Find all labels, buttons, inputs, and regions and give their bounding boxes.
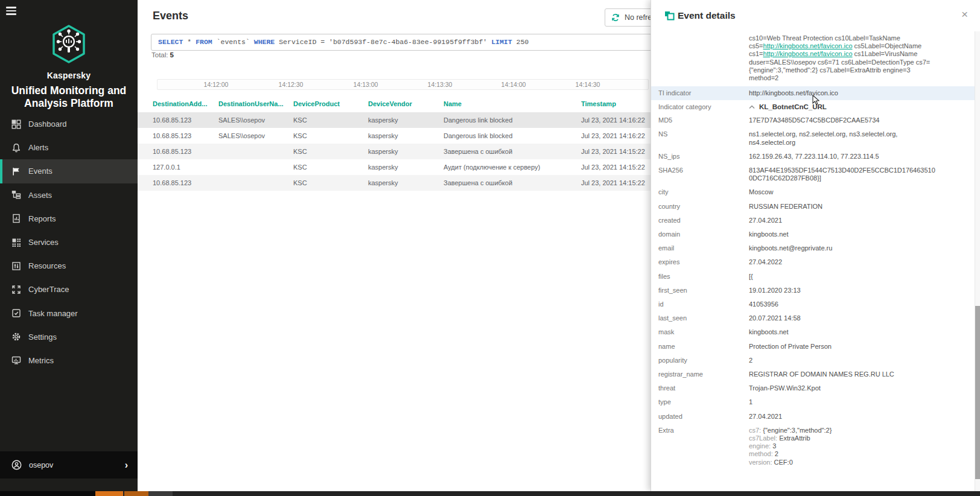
sidebar-item-reports[interactable]: Reports (0, 207, 138, 231)
sidebar-item-task-manager[interactable]: Task manager (0, 302, 138, 325)
sidebar: Kaspersky Unified Monitoring and Analysi… (0, 0, 138, 496)
field-row-mask: maskkingboots.net (651, 325, 980, 339)
cybertrace-icon (11, 285, 21, 294)
timeline-tick: 14:12:00 (204, 81, 229, 88)
events-table: 10.68.85.123SALES\\osepovKSCkasperskyDan… (138, 112, 651, 191)
sidebar-item-services[interactable]: Services (0, 231, 138, 254)
brand-block: Kaspersky Unified Monitoring and Analysi… (0, 24, 138, 110)
sidebar-item-events[interactable]: Events (0, 159, 138, 183)
field-row-city: cityMoscow (651, 185, 980, 199)
table-row[interactable]: 127.0.0.1KSCkasperskyАудит (подключение … (138, 159, 651, 175)
field-row-country: countryRUSSIAN FEDERATION (651, 200, 980, 214)
favicon-url-link[interactable]: http://kingboots.net/favicon.ico (763, 42, 853, 49)
field-row-expires: expires27.04.2022 (651, 255, 980, 269)
field-row-first-seen: first_seen19.01.2020 23:13 (651, 284, 980, 297)
sidebar-item-label: Settings (28, 332, 57, 342)
sidebar-item-label: CyberTrace (28, 285, 69, 294)
sidebar-item-resources[interactable]: Resources (0, 254, 138, 278)
table-row[interactable]: 10.68.85.123SALES\\osepovKSCkasperskyDan… (138, 112, 651, 128)
table-row[interactable]: 10.68.85.123SALES\\osepovKSCkasperskyDan… (138, 128, 651, 144)
sidebar-item-label: Resources (28, 261, 66, 270)
sidebar-item-alerts[interactable]: Alerts (0, 136, 138, 159)
taskbar-segment-orange (124, 491, 148, 496)
taskbar-segment (148, 491, 173, 496)
column-header-destination-address[interactable]: DestinationAdd... (153, 100, 218, 107)
taskbar-segment (0, 491, 95, 496)
field-row-updated: updated27.04.2021 (651, 410, 980, 424)
dashboard-icon (11, 119, 21, 129)
indicator-category-toggle[interactable]: KL_BotnetCnC_URL (749, 103, 963, 110)
sidebar-item-assets[interactable]: Assets (0, 183, 138, 207)
sidebar-item-label: Alerts (28, 143, 48, 152)
field-row-type: type1 (651, 395, 980, 409)
chevron-right-icon: › (125, 460, 128, 471)
user-avatar-icon (11, 460, 22, 470)
field-list: TI indicator http://kingboots.net/favico… (651, 86, 980, 469)
sidebar-item-label: Events (28, 167, 52, 176)
field-row-indicator-category: Indicator category KL_BotnetCnC_URL (651, 100, 980, 113)
field-row-email: emailkingboots.net@regprivate.ru (651, 241, 980, 255)
event-details-icon (664, 11, 675, 21)
table-row[interactable]: 10.68.85.123KSCkasperskyЗавершена с ошиб… (138, 175, 651, 191)
event-details-panel: Event details × cs10=Web Threat Protecti… (651, 0, 980, 491)
metrics-icon (11, 355, 21, 365)
timeline-tick: 14:13:30 (428, 81, 453, 88)
task-manager-icon (11, 308, 21, 318)
sidebar-item-cybertrace[interactable]: CyberTrace (0, 278, 138, 301)
timeline-tick: 14:12:30 (279, 81, 304, 88)
close-icon[interactable]: × (961, 8, 968, 20)
column-header-device-vendor[interactable]: DeviceVendor (368, 100, 444, 107)
user-menu[interactable]: osepov › (0, 451, 138, 479)
bell-icon (11, 143, 21, 153)
panel-header: Event details × (651, 0, 980, 31)
sidebar-item-label: Dashboard (28, 119, 67, 129)
sidebar-item-dashboard[interactable]: Dashboard (0, 112, 138, 136)
brand-name: Kaspersky (0, 71, 138, 80)
gear-icon (11, 332, 21, 342)
taskbar-strip (0, 491, 980, 496)
column-header-destination-username[interactable]: DestinationUserNa... (218, 100, 293, 107)
resources-icon (11, 261, 21, 271)
field-row-domain: domainkingboots.net (651, 227, 980, 241)
timeline-tick: 14:14:30 (576, 81, 600, 88)
total-count: Total:5 (151, 51, 174, 59)
table-row[interactable]: 10.68.85.123KSCkasperskyЗавершена с ошиб… (138, 144, 651, 159)
column-header-name[interactable]: Name (444, 100, 581, 107)
events-timeline: 14:12:00 14:12:30 14:13:00 14:13:30 14:1… (157, 79, 649, 90)
user-name: osepov (29, 461, 53, 469)
raw-event-text: cs10=Web Threat Protection cs10Label=Tas… (749, 34, 937, 82)
hamburger-menu-icon[interactable] (6, 7, 16, 15)
column-header-timestamp[interactable]: Timestamp (581, 100, 651, 107)
refresh-icon (611, 13, 620, 22)
column-header-device-product[interactable]: DeviceProduct (293, 100, 368, 107)
panel-scrollbar-thumb[interactable] (975, 306, 980, 479)
sidebar-item-metrics[interactable]: Metrics (0, 349, 138, 372)
panel-title: Event details (678, 10, 736, 21)
sql-query-input[interactable]: SELECT * FROM `events` WHERE ServiceID =… (151, 34, 652, 51)
events-page: Events No refresh SELECT * FROM `events`… (138, 0, 651, 491)
services-icon (11, 238, 21, 247)
page-title: Events (153, 10, 188, 22)
favicon-url-link[interactable]: http://kingboots.net/favicon.ico (763, 50, 853, 57)
collapse-chevron-icon (749, 105, 755, 109)
field-row-id: id41053956 (651, 297, 980, 311)
field-row-popularity: popularity2 (651, 354, 980, 367)
sidebar-nav: Dashboard Alerts Events Assets Reports S… (0, 112, 138, 372)
sidebar-item-label: Reports (28, 214, 56, 223)
field-row-ns-ips: NS_ips162.159.26.43, 77.223.114.10, 77.2… (651, 150, 980, 164)
sidebar-item-settings[interactable]: Settings (0, 325, 138, 349)
sidebar-item-label: Services (28, 238, 59, 247)
timeline-tick: 14:13:00 (354, 81, 378, 88)
field-row-created: created27.04.2021 (651, 214, 980, 227)
taskbar-segment-orange (95, 491, 123, 496)
assets-icon (11, 190, 21, 200)
field-row-ns: NSns1.selectel.org, ns2.selectel.org, ns… (651, 127, 980, 149)
extra-value: cs7: {"engine":3,"method":2} cs7Label: E… (749, 427, 937, 466)
field-row-threat: threatTrojan-PSW.Win32.Kpot (651, 381, 980, 395)
product-title: Unified Monitoring and Analysis Platform (0, 84, 138, 110)
timeline-tick: 14:14:00 (501, 81, 526, 88)
sidebar-item-label: Task manager (28, 309, 78, 318)
flag-icon (11, 167, 21, 176)
field-row-extra: Extra cs7: {"engine":3,"method":2} cs7La… (651, 424, 980, 469)
table-header: DestinationAdd... DestinationUserNa... D… (138, 97, 651, 111)
